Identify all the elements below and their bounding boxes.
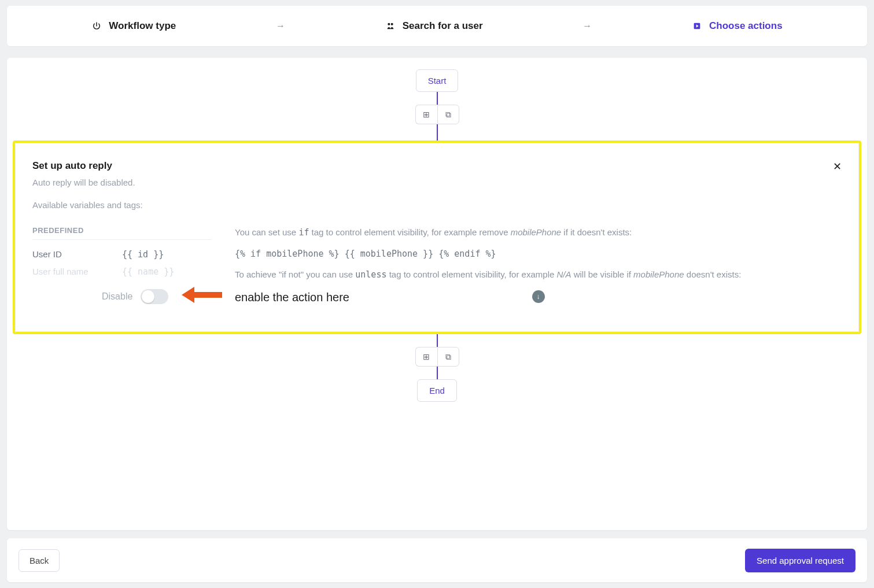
copy-icon: ⧉ bbox=[445, 110, 451, 120]
step-choose-actions[interactable]: Choose actions bbox=[692, 20, 783, 32]
var-name: User full name bbox=[32, 267, 122, 277]
step-workflow-type[interactable]: Workflow type bbox=[91, 20, 176, 32]
step-label: Search for a user bbox=[403, 20, 483, 32]
back-button[interactable]: Back bbox=[19, 549, 60, 572]
help-line-2: To achieve "if not" you can use unless t… bbox=[235, 268, 842, 282]
copy-step-button[interactable]: ⧉ bbox=[437, 347, 459, 367]
start-node[interactable]: Start bbox=[416, 69, 459, 92]
connector-line bbox=[437, 367, 438, 379]
node-label: End bbox=[429, 386, 445, 395]
arrow-right-icon: → bbox=[582, 21, 592, 31]
add-step-button[interactable]: ⊞ bbox=[415, 105, 437, 124]
end-node[interactable]: End bbox=[417, 379, 457, 402]
copy-step-button[interactable]: ⧉ bbox=[437, 105, 459, 124]
scroll-down-button[interactable]: ↓ bbox=[532, 290, 545, 303]
disable-toggle[interactable] bbox=[141, 289, 168, 304]
var-name: User ID bbox=[32, 249, 122, 260]
flow-top: Start ⊞ ⧉ bbox=[7, 69, 867, 140]
copy-icon: ⧉ bbox=[445, 352, 451, 362]
connector-line bbox=[437, 124, 438, 140]
add-action-controls: ⊞ ⧉ bbox=[415, 347, 459, 367]
users-icon bbox=[385, 21, 396, 31]
predefined-header: PREDEFINED bbox=[32, 226, 212, 240]
available-vars-label: Available variables and tags: bbox=[32, 200, 842, 210]
node-label: Start bbox=[428, 76, 447, 86]
disable-toggle-row: Disable bbox=[102, 289, 168, 304]
action-card-auto-reply: ✕ Set up auto reply Auto reply will be d… bbox=[13, 140, 861, 334]
wizard-stepper: Workflow type → Search for a user → Choo… bbox=[7, 6, 867, 46]
annotation-arrow-icon bbox=[182, 283, 222, 309]
svg-point-1 bbox=[390, 23, 393, 25]
toggle-label: Disable bbox=[102, 291, 132, 302]
workflow-canvas: Start ⊞ ⧉ ✕ Set up auto reply Auto reply… bbox=[7, 58, 867, 530]
send-approval-button[interactable]: Send approval request bbox=[745, 549, 855, 572]
step-label: Choose actions bbox=[709, 20, 783, 32]
add-step-button[interactable]: ⊞ bbox=[415, 347, 437, 367]
var-code: {{ id }} bbox=[122, 249, 212, 260]
button-label: Back bbox=[29, 556, 49, 565]
power-icon bbox=[91, 21, 102, 31]
variable-row[interactable]: User ID {{ id }} bbox=[32, 246, 212, 263]
arrow-right-icon: → bbox=[276, 21, 285, 31]
connector-line bbox=[437, 92, 438, 105]
footer-bar: Back Send approval request bbox=[7, 538, 867, 582]
step-label: Workflow type bbox=[109, 20, 176, 32]
var-code: {{ name }} bbox=[122, 267, 212, 277]
plus-icon: ⊞ bbox=[423, 352, 430, 361]
help-line-1: You can set use if tag to control elemen… bbox=[235, 226, 842, 239]
svg-point-0 bbox=[388, 23, 390, 25]
flow-bottom: ⊞ ⧉ End bbox=[7, 334, 867, 402]
arrow-down-icon: ↓ bbox=[537, 293, 540, 301]
plus-icon: ⊞ bbox=[423, 110, 430, 119]
close-button[interactable]: ✕ bbox=[833, 160, 842, 173]
annotation-text: enable the action here bbox=[235, 291, 349, 304]
connector-line bbox=[437, 334, 438, 347]
step-search-user[interactable]: Search for a user bbox=[385, 20, 483, 32]
help-code-example: {% if mobilePhone %} {{ mobilePhone }} {… bbox=[235, 249, 842, 259]
action-subtitle: Auto reply will be disabled. bbox=[32, 177, 842, 187]
variable-row[interactable]: User full name {{ name }} bbox=[32, 263, 212, 280]
add-action-controls: ⊞ ⧉ bbox=[415, 105, 459, 124]
close-icon: ✕ bbox=[833, 161, 842, 172]
actions-icon bbox=[692, 21, 702, 31]
action-title: Set up auto reply bbox=[32, 160, 842, 172]
button-label: Send approval request bbox=[757, 556, 844, 565]
